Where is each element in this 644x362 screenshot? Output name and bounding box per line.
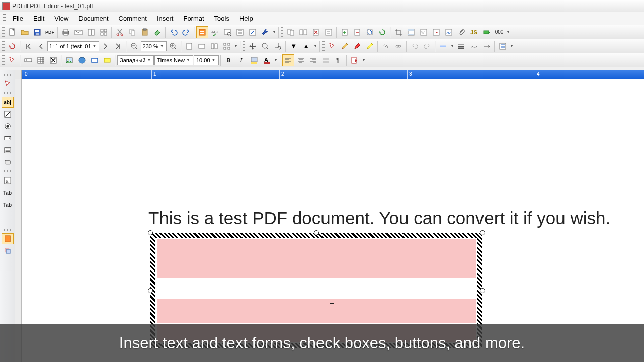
battery-button[interactable]	[480, 26, 493, 38]
web-image-button[interactable]	[76, 54, 88, 66]
merge-button[interactable]	[285, 26, 297, 38]
menu-help[interactable]: Help	[234, 13, 258, 24]
highlight-tool-button[interactable]	[364, 40, 376, 52]
zoom-in-button[interactable]	[167, 40, 179, 52]
doc-grid-button[interactable]	[98, 26, 110, 38]
page-indicator[interactable]: 1: 1 of 1 (test_01▼	[47, 41, 99, 51]
resize-handle-e[interactable]	[480, 288, 485, 293]
toolbar-overflow[interactable]: ▾	[233, 41, 238, 52]
align-right-button[interactable]	[307, 54, 319, 66]
copy-button[interactable]	[126, 26, 138, 38]
reorder-button[interactable]	[323, 26, 335, 38]
spellcheck-button[interactable]: ABC	[209, 26, 221, 38]
align-justify-button[interactable]	[320, 54, 332, 66]
form-settings-button[interactable]	[247, 26, 259, 38]
resize-handle-w[interactable]	[148, 288, 153, 293]
menu-format[interactable]: Format	[178, 13, 209, 24]
save-button[interactable]	[31, 26, 43, 38]
menu-tools[interactable]: Tools	[209, 13, 234, 24]
watermark-button[interactable]: W	[418, 26, 430, 38]
redo-button[interactable]	[180, 26, 192, 38]
doc-list-button[interactable]	[85, 26, 97, 38]
new-button[interactable]	[6, 26, 18, 38]
menu-view[interactable]: View	[49, 13, 73, 24]
preview-button[interactable]	[221, 26, 233, 38]
reload-button[interactable]	[6, 40, 18, 52]
pointer-tool[interactable]	[2, 78, 14, 89]
radio-tool[interactable]	[2, 121, 14, 132]
checkbox-tool[interactable]	[2, 109, 14, 120]
refresh-button[interactable]	[376, 26, 388, 38]
toolbar-overflow[interactable]: ▾	[509, 41, 514, 52]
zoom-window-button[interactable]	[272, 40, 284, 52]
menu-document[interactable]: Document	[73, 13, 113, 24]
italic-button[interactable]: I	[235, 54, 248, 66]
tab-order-tool-2[interactable]: Tab	[2, 199, 14, 210]
resize-handle-nw[interactable]	[148, 230, 153, 235]
font-family-combo[interactable]: Times New▼	[154, 55, 193, 65]
menu-insert[interactable]: Insert	[152, 13, 179, 24]
text-field-button[interactable]	[22, 54, 34, 66]
arrow-button[interactable]	[480, 40, 493, 52]
list-tool[interactable]	[2, 145, 14, 156]
form-list-button[interactable]	[234, 26, 246, 38]
open-button[interactable]	[19, 26, 31, 38]
combo-tool[interactable]	[2, 133, 14, 144]
resize-handle-n[interactable]	[314, 230, 319, 235]
move-tool-button[interactable]	[247, 40, 259, 52]
form-mode-button[interactable]	[196, 26, 208, 38]
toolbar-overflow[interactable]: ▾	[313, 41, 318, 52]
sign-button[interactable]	[443, 26, 455, 38]
highlight-rect-button[interactable]	[101, 54, 113, 66]
rect-button[interactable]	[89, 54, 101, 66]
header-footer-button[interactable]	[405, 26, 417, 38]
fit-width-button[interactable]	[196, 40, 208, 52]
text-color-button[interactable]: A	[261, 54, 273, 66]
rotate-page-button[interactable]	[364, 26, 376, 38]
print-button[interactable]	[60, 26, 72, 38]
text-color-drop[interactable]: ▾	[273, 55, 278, 66]
pen-tool-button[interactable]	[351, 40, 363, 52]
line-style-drop[interactable]: ▾	[450, 41, 455, 52]
select-tool-button[interactable]	[326, 40, 338, 52]
layers-panel[interactable]	[2, 245, 14, 256]
redo-annot-button[interactable]	[421, 40, 433, 52]
select-arrow-button[interactable]	[6, 54, 18, 66]
resize-handle-ne[interactable]	[480, 230, 485, 235]
dropdown-button[interactable]: ▼	[288, 40, 300, 52]
grid-view-button[interactable]	[221, 40, 233, 52]
attach-button[interactable]	[455, 26, 467, 38]
tools-button[interactable]	[259, 26, 271, 38]
font-size-combo[interactable]: 10.00▼	[194, 55, 219, 65]
line-weight-button[interactable]	[455, 40, 467, 52]
first-page-button[interactable]	[22, 40, 34, 52]
align-left-button[interactable]	[282, 54, 294, 66]
javascript-button[interactable]: JS	[468, 26, 480, 38]
two-page-button[interactable]	[208, 40, 220, 52]
fit-page-button[interactable]	[183, 40, 195, 52]
checkbox-button[interactable]	[47, 54, 59, 66]
signature-tool[interactable]: a	[2, 175, 14, 186]
menu-comment[interactable]: Comment	[114, 13, 152, 24]
page-number-button[interactable]: 000	[493, 26, 505, 38]
zoom-out-button[interactable]	[128, 40, 140, 52]
bookmark-panel[interactable]	[2, 233, 14, 244]
eraser-button[interactable]	[151, 26, 164, 38]
align-center-button[interactable]	[295, 54, 307, 66]
pencil-tool-button[interactable]	[339, 40, 351, 52]
chain-tool-button[interactable]	[392, 40, 405, 52]
add-page-button[interactable]	[339, 26, 351, 38]
split-button[interactable]	[297, 26, 309, 38]
paragraph-button[interactable]: ¶	[333, 54, 345, 66]
email-button[interactable]	[72, 26, 85, 38]
undo-annot-button[interactable]	[409, 40, 421, 52]
link-tool-button[interactable]	[380, 40, 392, 52]
toolbar-overflow[interactable]: ▾	[506, 27, 511, 38]
curve-button[interactable]	[468, 40, 480, 52]
tab-order-tool[interactable]: Tab	[2, 187, 14, 198]
crop-button[interactable]	[392, 26, 405, 38]
properties-button[interactable]	[497, 40, 509, 52]
image-button[interactable]	[63, 54, 75, 66]
next-page-button[interactable]	[100, 40, 112, 52]
menu-file[interactable]: File	[8, 13, 28, 24]
